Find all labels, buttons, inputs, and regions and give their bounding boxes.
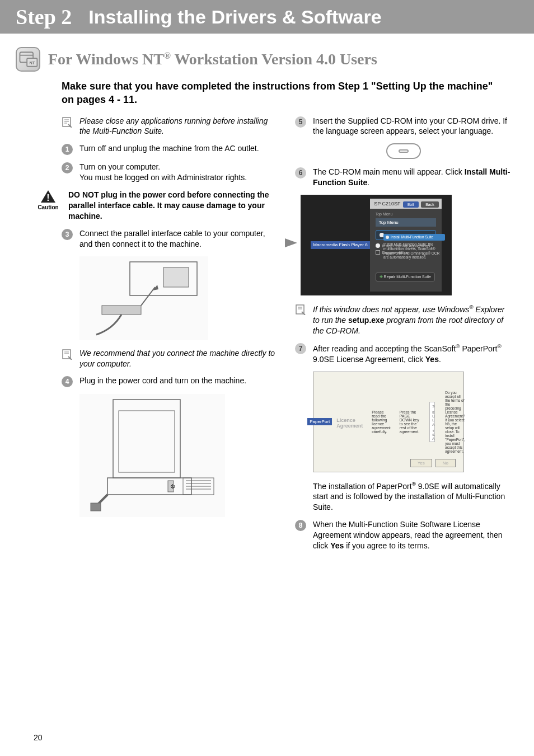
note-icon	[62, 116, 73, 128]
step7-sup1: ®	[456, 343, 460, 349]
section-heading: NT For Windows NT® Workstation Version 4…	[0, 34, 534, 77]
step-2-badge: 2	[62, 162, 73, 173]
cd-icon	[386, 236, 389, 239]
step-2-line1: Turn on your computer.	[79, 162, 160, 171]
note-icon	[62, 349, 73, 360]
step-6-badge: 6	[295, 167, 306, 179]
note3-bold: setup.exe	[348, 316, 385, 325]
step-1-text: Turn off and unplug the machine from the…	[79, 143, 278, 154]
figure-power-on: ⏻	[79, 394, 225, 517]
step-label: Step 2	[16, 4, 72, 29]
license-prompt: Do you accept all the terms of the prece…	[441, 389, 470, 454]
svg-rect-13	[102, 306, 141, 314]
windows-nt-icon: NT	[16, 47, 40, 72]
step7-mid2: 9.0SE License Agreement, click	[313, 355, 425, 364]
svg-rect-12	[163, 267, 189, 287]
step-1-badge: 1	[62, 144, 73, 155]
svg-rect-20	[107, 478, 191, 495]
step-6-text: The CD-ROM main menu will appear. Click …	[313, 167, 512, 188]
step-7-text: After reading and accepting the ScanSoft…	[313, 342, 512, 364]
step-2-line2: You must be logged on with Administrator…	[79, 173, 247, 182]
intro-text: Make sure that you have completed the in…	[0, 77, 534, 116]
svg-rect-18	[113, 400, 180, 478]
svg-rect-21	[91, 503, 101, 511]
doc-icon	[376, 250, 380, 255]
menu-model: SP C210SF	[374, 201, 400, 206]
step8-suffix: if you agree to its terms.	[344, 541, 429, 550]
menu-item-description: Install Multi-Function Suite Install Mul…	[383, 234, 445, 260]
svg-text:!: !	[46, 193, 49, 203]
step-4-badge: 4	[62, 376, 73, 387]
step-6-suffix: .	[367, 178, 369, 187]
step-6-prefix: The CD-ROM main menu will appear. Click	[313, 167, 465, 176]
section-title: For Windows NT® Workstation Version 4.0 …	[48, 50, 377, 68]
menu-desc-body: Install Multi-Function Suite: the multif…	[383, 242, 439, 259]
warning-icon: !	[40, 190, 56, 203]
step7-prefix: After reading and accepting the ScanSoft	[313, 344, 456, 353]
menu-item-repair-label: Repair Multi-Function Suite	[384, 275, 431, 279]
step-3-text: Connect the parallel interface cable to …	[79, 228, 278, 250]
license-yes-button[interactable]: Yes	[410, 459, 432, 467]
post7-sup: ®	[412, 481, 416, 487]
cd-icon	[376, 243, 380, 248]
svg-text:⏻: ⏻	[170, 484, 175, 489]
license-sub1: Please read the following licence agreem…	[367, 409, 395, 435]
post7-prefix: The installation of PaperPort	[313, 482, 412, 491]
step8-bold: Yes	[330, 541, 344, 550]
figure-license-dialog: PaperPort Licence Agreement Please read …	[313, 372, 464, 472]
step-8-text: When the Multi-Function Suite Software L…	[313, 519, 512, 551]
menu-breadcrumb: Top Menu	[376, 211, 436, 217]
eject-slot-icon	[399, 149, 409, 153]
license-no-button[interactable]: No	[435, 459, 456, 467]
figure-cd-eject-button	[386, 143, 421, 159]
menu-desc-title: Install Multi-Function Suite	[391, 235, 433, 240]
page-number: 20	[34, 733, 43, 742]
menu-back-button[interactable]: Back	[421, 201, 439, 208]
menu-exit-button[interactable]: Exit	[403, 201, 419, 208]
figure-cd-menu: Macromedia Flash Player 6 SP C210SF Exit…	[301, 195, 452, 295]
note-setup-exe: If this window does not appear, use Wind…	[313, 303, 512, 336]
license-heading: Licence Agreement	[332, 415, 367, 429]
note3-prefix: If this window does not appear, use Wind…	[313, 305, 469, 314]
menu-titlebar: Macromedia Flash Player 6	[311, 241, 369, 249]
step-2-text: Turn on your computer. You must be logge…	[79, 162, 278, 183]
page-title: Installing the Drivers & Software	[88, 6, 381, 28]
right-column: 5 Insert the Supplied CD-ROM into your C…	[295, 116, 512, 558]
license-titlebar: PaperPort	[307, 418, 332, 425]
svg-text:NT: NT	[29, 60, 35, 65]
step-4-text: Plug in the power cord and turn on the m…	[79, 375, 278, 386]
license-sub2: Press the PAGE DOWN key to see the rest …	[395, 409, 424, 435]
svg-marker-14	[153, 285, 158, 290]
os-heading-suffix: Workstation Version 4.0 Users	[171, 50, 377, 68]
step-5-text: Insert the Supplied CD-ROM into your CD-…	[313, 116, 512, 137]
caution-label: Caution	[38, 204, 58, 210]
figure-parallel-cable	[79, 256, 208, 340]
post-step-7-text: The installation of PaperPort® 9.0SE wil…	[313, 480, 512, 513]
step7-mid1: PaperPort	[460, 344, 498, 353]
note-direct-connect: We recommend that you connect the machin…	[79, 348, 278, 369]
arrow-icon	[285, 238, 297, 247]
left-column: Please close any applications running be…	[62, 116, 278, 558]
step7-suffix: .	[439, 355, 441, 364]
os-heading-prefix: For Windows NT	[48, 50, 164, 68]
menu-section-label: Top Menu	[376, 218, 436, 227]
menu-item-repair[interactable]: ✚ Repair Multi-Function Suite	[376, 273, 435, 281]
step-8-badge: 8	[295, 520, 306, 531]
license-text-area[interactable]: ScanSoft End User License Agreement THE …	[429, 402, 435, 442]
note-close-apps: Please close any applications running be…	[79, 116, 278, 137]
registered-mark: ®	[164, 51, 171, 60]
step7-bold: Yes	[425, 355, 439, 364]
step-7-badge: 7	[295, 343, 306, 354]
caution-text: DO NOT plug in the power cord before con…	[68, 190, 278, 222]
caution-badge: ! Caution	[35, 190, 62, 210]
svg-rect-19	[119, 411, 175, 472]
note-icon	[295, 304, 306, 315]
step-3-badge: 3	[62, 229, 73, 240]
step7-sup2: ®	[497, 343, 501, 349]
step-5-badge: 5	[295, 116, 306, 128]
page-header: Step 2 Installing the Drivers & Software	[0, 0, 534, 34]
